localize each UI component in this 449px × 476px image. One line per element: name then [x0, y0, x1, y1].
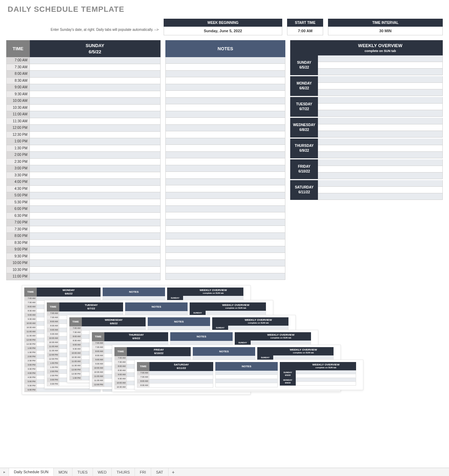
note-cell[interactable]: [165, 145, 286, 152]
note-cell[interactable]: [165, 71, 286, 78]
note-cell[interactable]: [165, 125, 286, 132]
weekly-day-cell[interactable]: [318, 131, 443, 138]
note-cell[interactable]: [165, 206, 286, 213]
weekly-day-cell[interactable]: [318, 166, 443, 173]
note-cell[interactable]: [165, 192, 286, 199]
time-slot-cell[interactable]: [30, 98, 161, 105]
time-slot-cell[interactable]: [30, 152, 161, 159]
time-slot-cell[interactable]: [30, 273, 161, 280]
weekly-day-cell[interactable]: [318, 110, 443, 117]
note-cell[interactable]: [165, 131, 286, 138]
note-cell[interactable]: [165, 84, 286, 91]
time-slot-cell[interactable]: [30, 179, 161, 186]
start-time-value[interactable]: 7:00 AM: [287, 27, 323, 35]
time-slot-cell[interactable]: [30, 159, 161, 166]
time-slot-cell[interactable]: [30, 165, 161, 172]
note-cell[interactable]: [165, 199, 286, 206]
time-slot-cell[interactable]: [30, 226, 161, 233]
note-cell[interactable]: [165, 179, 286, 186]
time-slot-cell[interactable]: [30, 78, 161, 85]
weekly-day-cell[interactable]: [318, 83, 443, 89]
time-slot-cell[interactable]: [30, 84, 161, 91]
time-slot-cell[interactable]: [30, 132, 161, 139]
time-slot-cell[interactable]: [30, 213, 161, 220]
weekly-day-cell[interactable]: [318, 76, 443, 83]
note-cell[interactable]: [165, 266, 286, 273]
note-cell[interactable]: [165, 57, 286, 64]
note-cell[interactable]: [165, 111, 286, 118]
weekly-day-cell[interactable]: [318, 152, 443, 158]
weekly-day-cell[interactable]: [318, 104, 443, 110]
note-cell[interactable]: [165, 185, 286, 192]
time-slot-cell[interactable]: [30, 206, 161, 213]
weekly-day-row: WEDNESDAY6/8/22: [290, 118, 443, 138]
time-slot-label: 9:00 AM: [6, 84, 30, 91]
note-cell[interactable]: [165, 219, 286, 226]
weekly-day-row: SUNDAY6/5/22: [290, 55, 443, 75]
note-cell[interactable]: [165, 239, 286, 246]
time-slot-row: 8:30 PM: [6, 240, 161, 247]
time-slot-cell[interactable]: [30, 246, 161, 253]
time-slot-label: 9:00 PM: [6, 246, 30, 253]
note-cell[interactable]: [165, 172, 286, 179]
time-interval-value[interactable]: 30 MIN: [328, 27, 443, 35]
time-slot-cell[interactable]: [30, 267, 161, 274]
time-slot-cell[interactable]: [30, 172, 161, 179]
time-slot-cell[interactable]: [30, 57, 161, 64]
weekly-day-cell[interactable]: [318, 187, 443, 193]
note-cell[interactable]: [165, 64, 286, 71]
time-slot-cell[interactable]: [30, 105, 161, 112]
note-row: [165, 199, 286, 206]
note-cell[interactable]: [165, 158, 286, 165]
weekly-day-cell[interactable]: [318, 62, 443, 69]
time-slot-cell[interactable]: [30, 199, 161, 206]
time-slot-cell[interactable]: [30, 253, 161, 260]
note-cell[interactable]: [165, 91, 286, 98]
time-slot-cell[interactable]: [30, 240, 161, 247]
note-cell[interactable]: [165, 260, 286, 267]
note-cell[interactable]: [165, 118, 286, 125]
note-cell[interactable]: [165, 138, 286, 145]
weekly-day-cell[interactable]: [318, 139, 443, 145]
weekly-day-cell[interactable]: [318, 118, 443, 124]
note-cell[interactable]: [165, 165, 286, 172]
note-cell[interactable]: [165, 226, 286, 233]
note-cell[interactable]: [165, 98, 286, 105]
weekly-day-cell[interactable]: [318, 55, 443, 62]
note-cell[interactable]: [165, 152, 286, 159]
note-cell[interactable]: [165, 253, 286, 260]
time-slot-cell[interactable]: [30, 233, 161, 240]
note-row: [165, 71, 286, 78]
weekly-day-cell[interactable]: [318, 180, 443, 187]
weekly-day-cell[interactable]: [318, 89, 443, 96]
weekly-overview-stub: [290, 40, 318, 55]
week-beginning-value[interactable]: Sunday, June 5, 2022: [164, 27, 283, 35]
weekly-day-cell[interactable]: [318, 159, 443, 166]
time-slot-row: 9:30 AM: [6, 91, 161, 98]
time-slot-cell[interactable]: [30, 118, 161, 125]
time-slot-cell[interactable]: [30, 192, 161, 199]
time-slot-cell[interactable]: [30, 91, 161, 98]
weekly-day-cell[interactable]: [318, 173, 443, 179]
time-slot-cell[interactable]: [30, 125, 161, 132]
time-slot-cell[interactable]: [30, 145, 161, 152]
time-slot-cell[interactable]: [30, 71, 161, 78]
time-slot-cell[interactable]: [30, 186, 161, 193]
weekly-day-cell[interactable]: [318, 193, 443, 200]
note-cell[interactable]: [165, 77, 286, 84]
time-slot-cell[interactable]: [30, 219, 161, 226]
note-cell[interactable]: [165, 273, 286, 280]
time-slot-label: 11:00 PM: [6, 273, 30, 280]
time-slot-cell[interactable]: [30, 260, 161, 267]
time-slot-cell[interactable]: [30, 111, 161, 118]
time-slot-cell[interactable]: [30, 64, 161, 71]
weekly-day-cell[interactable]: [318, 124, 443, 131]
weekly-day-cell[interactable]: [318, 69, 443, 75]
note-cell[interactable]: [165, 246, 286, 253]
weekly-day-cell[interactable]: [318, 97, 443, 104]
note-cell[interactable]: [165, 212, 286, 219]
note-cell[interactable]: [165, 104, 286, 111]
weekly-day-cell[interactable]: [318, 145, 443, 152]
time-slot-cell[interactable]: [30, 138, 161, 145]
note-cell[interactable]: [165, 233, 286, 240]
